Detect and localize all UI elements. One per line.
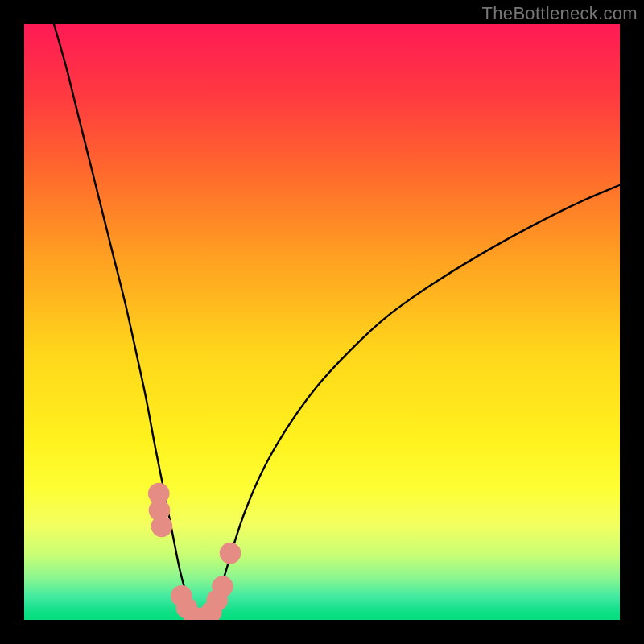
marker-left-cluster-upper-2: [149, 500, 171, 522]
marker-valley-left-2: [176, 597, 198, 619]
curve-right-branch: [208, 185, 620, 620]
marker-left-cluster-upper-3: [151, 516, 173, 538]
chart-frame: TheBottleneck.com: [0, 0, 644, 644]
series-group: [54, 24, 620, 620]
markers-group: [148, 483, 241, 620]
marker-valley-right-3: [212, 576, 233, 597]
marker-valley-bottom-1: [184, 607, 205, 620]
marker-right-isolated: [220, 543, 242, 564]
chart-svg: [24, 24, 620, 620]
marker-valley-bottom-2: [192, 607, 214, 620]
marker-valley-left-1: [171, 585, 192, 607]
curve-left-branch: [54, 24, 194, 620]
marker-valley-right-2: [206, 589, 228, 611]
marker-valley-right-1: [200, 601, 222, 620]
plot-area: [24, 24, 620, 620]
watermark-text: TheBottleneck.com: [482, 3, 638, 24]
marker-left-cluster-upper-1: [148, 483, 170, 505]
